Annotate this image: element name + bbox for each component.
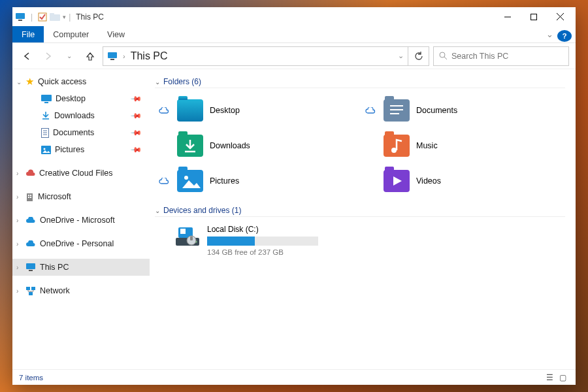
search-input[interactable] bbox=[451, 52, 563, 61]
sidebar-item-label: Pictures bbox=[55, 145, 84, 154]
folder-downloads[interactable]: Downloads bbox=[159, 131, 359, 160]
download-icon bbox=[41, 111, 50, 120]
svg-rect-41 bbox=[180, 229, 186, 234]
svg-point-11 bbox=[440, 52, 445, 57]
refresh-button[interactable] bbox=[408, 46, 429, 66]
sidebar-item-pictures[interactable]: Pictures 📌 bbox=[12, 141, 150, 158]
folder-icon bbox=[384, 135, 410, 157]
folder-label: Pictures bbox=[210, 176, 239, 186]
drive-local-c[interactable]: Local Disk (C:) 134 GB free of 237 GB bbox=[155, 221, 565, 256]
sidebar-item-label: Downloads bbox=[54, 111, 95, 120]
history-dropdown-icon[interactable]: ⌄ bbox=[61, 47, 78, 65]
svg-rect-27 bbox=[26, 263, 35, 269]
chevron-down-icon[interactable]: ⌄ bbox=[398, 52, 404, 60]
chevron-right-icon[interactable]: › bbox=[16, 264, 18, 271]
svg-rect-1 bbox=[18, 20, 22, 21]
pin-icon: 📌 bbox=[129, 143, 142, 155]
forward-button[interactable] bbox=[40, 47, 57, 65]
content-pane: ⌄ Folders (6) Desktop Documents bbox=[150, 69, 576, 369]
chevron-down-icon[interactable]: ⌄ bbox=[155, 78, 160, 86]
group-header-label: Folders (6) bbox=[163, 77, 201, 86]
sidebar-creative-cloud[interactable]: › Creative Cloud Files bbox=[12, 165, 150, 182]
drive-label: Local Disk (C:) bbox=[207, 225, 318, 234]
minimize-button[interactable] bbox=[495, 7, 521, 26]
back-button[interactable] bbox=[19, 47, 36, 65]
details-view-icon[interactable]: ☰ bbox=[543, 373, 556, 382]
svg-rect-31 bbox=[29, 292, 33, 295]
sidebar: ⌄ ★ Quick access Desktop 📌 Downloads 📌 D… bbox=[12, 69, 150, 369]
breadcrumb[interactable]: This PC bbox=[131, 50, 168, 62]
folder-icon bbox=[177, 135, 203, 157]
svg-point-37 bbox=[184, 176, 188, 180]
titlebar: | ▾ | This PC bbox=[12, 7, 576, 26]
sidebar-microsoft[interactable]: › Microsoft bbox=[12, 188, 150, 205]
sidebar-item-label: This PC bbox=[40, 263, 69, 272]
svg-rect-26 bbox=[30, 197, 31, 198]
chevron-right-icon[interactable]: › bbox=[16, 217, 18, 224]
group-header-drives[interactable]: ⌄ Devices and drives (1) bbox=[155, 206, 565, 217]
chevron-down-icon[interactable]: ▾ bbox=[63, 14, 66, 20]
sidebar-onedrive-personal[interactable]: › OneDrive - Personal bbox=[12, 235, 150, 252]
pin-icon: 📌 bbox=[129, 92, 142, 105]
network-icon bbox=[25, 287, 36, 295]
sidebar-onedrive-microsoft[interactable]: › OneDrive - Microsoft bbox=[12, 212, 150, 229]
checkbox-icon[interactable] bbox=[38, 12, 47, 22]
folder-videos[interactable]: Videos bbox=[365, 167, 565, 195]
navbar: ⌄ › This PC ⌄ bbox=[12, 43, 576, 69]
chevron-right-icon[interactable]: › bbox=[16, 287, 18, 295]
address-bar[interactable]: › This PC ⌄ bbox=[103, 46, 408, 66]
pin-icon: 📌 bbox=[129, 109, 142, 122]
sidebar-item-downloads[interactable]: Downloads 📌 bbox=[12, 107, 150, 124]
maximize-button[interactable] bbox=[521, 7, 547, 26]
cloud-sync-icon bbox=[159, 107, 171, 114]
sidebar-item-label: OneDrive - Personal bbox=[40, 239, 114, 248]
folder-label: Videos bbox=[416, 176, 441, 186]
svg-rect-25 bbox=[28, 197, 29, 198]
tab-view[interactable]: View bbox=[98, 26, 134, 42]
tab-file[interactable]: File bbox=[12, 26, 44, 42]
svg-rect-24 bbox=[30, 195, 31, 196]
close-button[interactable] bbox=[547, 7, 573, 26]
folder-icon bbox=[384, 99, 410, 122]
chevron-right-icon[interactable]: › bbox=[123, 52, 125, 60]
chevron-down-icon[interactable]: ⌄ bbox=[155, 207, 160, 214]
sidebar-item-desktop[interactable]: Desktop 📌 bbox=[12, 90, 150, 107]
sidebar-item-label: Creative Cloud Files bbox=[39, 169, 113, 178]
folder-pictures[interactable]: Pictures bbox=[159, 167, 359, 195]
svg-rect-43 bbox=[190, 237, 193, 240]
large-icons-view-icon[interactable]: ▢ bbox=[556, 373, 569, 382]
svg-rect-0 bbox=[16, 13, 25, 19]
sidebar-network[interactable]: › Network bbox=[12, 282, 150, 299]
up-button[interactable] bbox=[82, 47, 99, 65]
folder-music[interactable]: Music bbox=[365, 131, 565, 160]
building-icon bbox=[25, 192, 34, 201]
desktop-icon bbox=[41, 95, 52, 103]
folder-icon[interactable] bbox=[50, 13, 60, 21]
drive-free-label: 134 GB free of 237 GB bbox=[207, 248, 318, 256]
sidebar-this-pc[interactable]: › This PC bbox=[12, 259, 150, 276]
chevron-right-icon[interactable]: › bbox=[16, 170, 18, 177]
svg-rect-13 bbox=[41, 95, 52, 101]
sidebar-item-label: Desktop bbox=[56, 94, 86, 103]
search-box[interactable] bbox=[433, 46, 569, 66]
help-icon[interactable]: ? bbox=[557, 30, 572, 42]
explorer-window: | ▾ | This PC File Computer View ⌄ ? bbox=[12, 7, 576, 385]
folder-documents[interactable]: Documents bbox=[365, 96, 565, 125]
group-header-folders[interactable]: ⌄ Folders (6) bbox=[155, 77, 565, 88]
folder-desktop[interactable]: Desktop bbox=[159, 96, 359, 125]
cloud-icon bbox=[25, 217, 36, 224]
drive-icon bbox=[174, 225, 201, 256]
chevron-down-icon[interactable]: ⌄ bbox=[16, 78, 22, 86]
ribbon-expand-icon[interactable]: ⌄ bbox=[542, 26, 557, 42]
group-header-label: Devices and drives (1) bbox=[163, 206, 241, 215]
chevron-right-icon[interactable]: › bbox=[16, 240, 18, 248]
tab-computer[interactable]: Computer bbox=[44, 26, 98, 42]
sidebar-item-label: Quick access bbox=[38, 77, 86, 86]
cloud-sync-icon bbox=[365, 107, 377, 114]
chevron-right-icon[interactable]: › bbox=[16, 193, 18, 201]
folder-label: Music bbox=[416, 141, 438, 150]
status-item-count: 7 items bbox=[19, 374, 43, 382]
sidebar-quick-access[interactable]: ⌄ ★ Quick access bbox=[12, 73, 150, 90]
monitor-icon bbox=[25, 263, 36, 272]
sidebar-item-documents[interactable]: Documents 📌 bbox=[12, 124, 150, 141]
